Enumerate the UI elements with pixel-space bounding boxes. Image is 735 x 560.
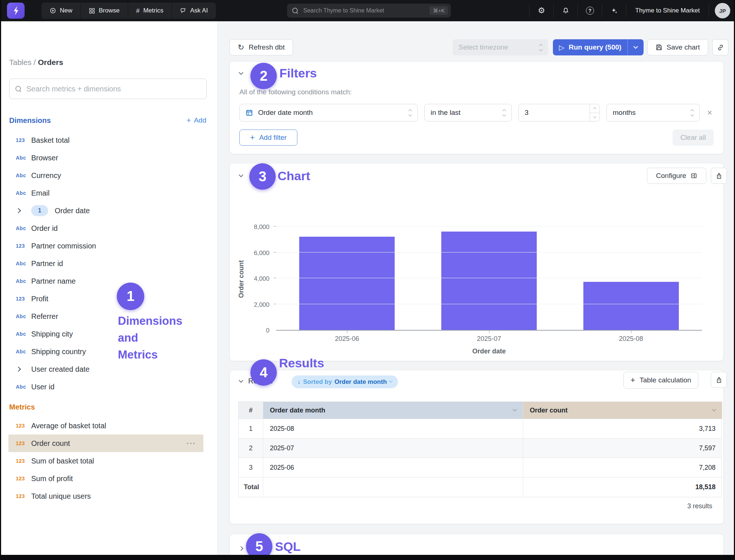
sidebar-item-shipping-country[interactable]: AbcShipping country	[1, 343, 217, 360]
breadcrumb-root[interactable]: Tables	[9, 58, 32, 66]
field-label: Email	[31, 189, 50, 197]
order-count-column-header[interactable]: Order count	[523, 402, 722, 419]
row-number-column-header: #	[239, 402, 263, 419]
add-filter-button[interactable]: + Add filter	[239, 130, 297, 146]
remove-filter-button[interactable]: ×	[707, 108, 712, 118]
metrics-button[interactable]: # Metrics	[128, 3, 171, 19]
ai-sparkle-button[interactable]	[602, 4, 626, 18]
results-table: # Order date month Order count 12025-083…	[238, 401, 722, 497]
sidebar-item-profit[interactable]: 123Profit	[1, 290, 217, 308]
export-results-button[interactable]	[711, 372, 727, 388]
step-up-icon[interactable]	[590, 104, 600, 113]
bar-2025-06[interactable]	[299, 237, 395, 330]
explore-sidebar: Tables / Orders Dimensions + Add 123Bask…	[1, 21, 218, 555]
sidebar-item-order-id[interactable]: AbcOrder id	[1, 219, 217, 237]
table-row-2025-06[interactable]: 32025-067,208	[239, 458, 721, 477]
clear-all-filters-button[interactable]: Clear all	[673, 130, 714, 146]
table-row-2025-07[interactable]: 22025-077,597	[239, 439, 721, 458]
chart-x-axis-title: Order date	[276, 348, 702, 355]
bar-2025-08[interactable]	[583, 282, 679, 330]
sidebar-item-user-id[interactable]: AbcUser id	[1, 378, 217, 396]
configure-chart-button[interactable]: Configure	[647, 168, 706, 184]
save-icon	[656, 44, 662, 51]
top-navbar: New Browse # Metrics Ask AI ⌘+K	[1, 0, 734, 21]
new-button[interactable]: New	[41, 3, 80, 19]
sql-panel: SQL	[229, 534, 724, 555]
sidebar-item-partner-name[interactable]: AbcPartner name	[1, 272, 217, 290]
expand-sql-icon[interactable]	[239, 546, 243, 551]
workspace-name[interactable]: Thyme to Shine Market	[626, 4, 709, 18]
copy-link-button[interactable]	[712, 39, 728, 55]
link-icon	[717, 44, 724, 51]
field-label: User created date	[31, 365, 90, 374]
help-button[interactable]: ?	[578, 4, 602, 18]
save-chart-button[interactable]: Save chart	[647, 39, 708, 55]
step-down-icon[interactable]	[590, 113, 600, 121]
app-logo[interactable]	[7, 3, 25, 19]
sidebar-item-average-of-basket-total[interactable]: 123Average of basket total	[1, 417, 217, 434]
table-row-2025-08[interactable]: 12025-083,713	[239, 419, 721, 439]
chevron-right-icon[interactable]	[16, 367, 21, 372]
table-calculation-button[interactable]: + Table calculation	[623, 372, 698, 389]
settings-button[interactable]: ⚙	[529, 4, 553, 18]
global-search[interactable]: ⌘+K	[287, 4, 451, 18]
filter-operator-select[interactable]: in the last	[424, 104, 512, 121]
collapse-chart-icon[interactable]	[239, 172, 243, 177]
avatar[interactable]: JP	[715, 3, 730, 18]
filter-field-select[interactable]: 1 Order date month	[239, 104, 418, 121]
string-type-icon: Abc	[16, 261, 31, 266]
browse-button[interactable]: Browse	[80, 3, 128, 19]
order-date-month-cell: 2025-07	[263, 439, 523, 458]
sidebar-item-browser[interactable]: AbcBrowser	[1, 149, 217, 167]
global-search-input[interactable]	[303, 7, 430, 14]
sidebar-item-referrer[interactable]: AbcReferrer	[1, 308, 217, 325]
sidebar-item-shipping-city[interactable]: AbcShipping city	[1, 325, 217, 343]
number-stepper[interactable]	[590, 104, 600, 121]
sidebar-item-sum-of-basket-total[interactable]: 123Sum of basket total	[1, 452, 217, 470]
sidebar-item-email[interactable]: AbcEmail	[1, 184, 217, 202]
chevron-down-icon[interactable]	[712, 407, 716, 411]
filter-value-input[interactable]: 3	[518, 104, 600, 121]
sql-annotation-title: SQL	[275, 539, 301, 554]
field-label: Browser	[31, 154, 58, 162]
sidebar-item-partner-commission[interactable]: 123Partner commission	[1, 237, 217, 255]
chevron-right-icon[interactable]	[16, 208, 21, 213]
breadcrumb: Tables / Orders	[9, 58, 63, 67]
add-dimension-button[interactable]: + Add	[187, 116, 206, 125]
bar-2025-07[interactable]	[441, 232, 537, 330]
sidebar-item-user-created-date[interactable]: User created date	[1, 360, 217, 378]
sidebar-item-partner-id[interactable]: AbcPartner id	[1, 255, 217, 272]
row-index-cell: 3	[239, 458, 263, 477]
refresh-dbt-button[interactable]: ↻ Refresh dbt	[229, 39, 293, 55]
hash-icon: #	[136, 8, 140, 14]
filters-panel: Filters All of the following conditions …	[229, 61, 724, 154]
run-query-dropdown[interactable]	[627, 39, 644, 55]
timezone-select[interactable]: Select timezone	[453, 39, 548, 55]
sidebar-item-currency[interactable]: AbcCurrency	[1, 167, 217, 184]
sort-pill[interactable]: ↓ Sorted by Order date month	[292, 375, 398, 388]
notifications-button[interactable]	[553, 4, 578, 18]
filter-unit-select[interactable]: months	[607, 104, 700, 121]
y-tick-label: 8,000	[254, 223, 269, 231]
fields-search[interactable]	[9, 79, 207, 99]
sidebar-item-sum-of-profit[interactable]: 123Sum of profit	[1, 470, 217, 487]
sidebar-item-order-date[interactable]: 1Order date	[1, 202, 217, 219]
item-menu-button[interactable]: ···	[187, 439, 196, 448]
row-index-cell: 1	[239, 419, 263, 439]
sidebar-item-basket-total[interactable]: 123Basket total	[1, 131, 217, 149]
collapse-filters-icon[interactable]	[239, 70, 243, 75]
collapse-results-icon[interactable]	[239, 378, 243, 383]
sidebar-item-total-unique-users[interactable]: 123Total unique users	[1, 487, 217, 505]
export-chart-button[interactable]	[711, 168, 727, 184]
sidebar-item-order-count[interactable]: 123Order count···	[8, 434, 203, 452]
number-type-icon: 123	[16, 493, 31, 499]
fields-search-input[interactable]	[26, 85, 200, 93]
topbar-actions: ⚙ ? Thyme to Shine Market JP	[529, 0, 730, 21]
string-type-icon: Abc	[16, 384, 31, 390]
ask-ai-button[interactable]: Ask AI	[171, 3, 216, 19]
nav-label: New	[60, 7, 72, 14]
order-date-month-column-header[interactable]: Order date month	[263, 402, 523, 419]
chevron-down-icon[interactable]	[513, 407, 517, 411]
metrics-header: Metrics	[9, 403, 206, 411]
run-query-button[interactable]: ▷ Run query (500)	[553, 39, 644, 55]
